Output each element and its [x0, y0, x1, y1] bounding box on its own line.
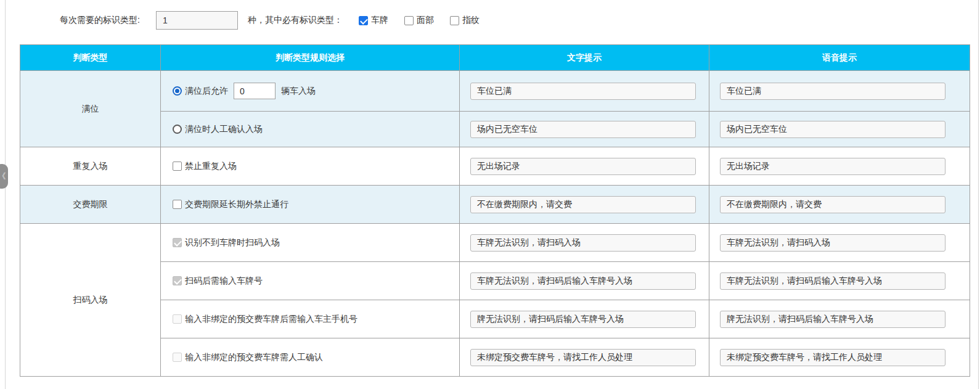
group-label-repeat: 重复入场	[20, 147, 161, 186]
fingerprint-checkbox-label: 指纹	[462, 15, 480, 26]
table-row: 扫码入场 识别不到车牌时扫码入场	[20, 224, 970, 262]
voice-prompt-input[interactable]	[720, 158, 945, 175]
page: 《 每次需要的标识类型: 种，其中必有标识类型： 车牌 面部 指纹 判断类型 判…	[0, 0, 980, 389]
voice-prompt-input[interactable]	[720, 349, 945, 366]
fingerprint-checkbox[interactable]	[450, 16, 459, 25]
judgment-rules-table: 判断类型 判断类型规则选择 文字提示 语音提示 满位 满位后允许 辆车入场	[20, 44, 970, 377]
plate-checkbox-label: 车牌	[371, 15, 388, 26]
scan-enter-plate-label: 扫码后需输入车牌号	[185, 276, 263, 287]
table-row: 重复入场 禁止重复入场	[20, 147, 970, 186]
scan-no-plate-label: 识别不到车牌时扫码入场	[185, 237, 280, 248]
table-header-row: 判断类型 判断类型规则选择 文字提示 语音提示	[20, 45, 970, 71]
face-checkbox[interactable]	[404, 16, 414, 25]
unbound-prepaid-phone-checkbox[interactable]	[173, 314, 182, 324]
group-label-payment-period: 交费期限	[20, 186, 161, 224]
group-label-scan-entry: 扫码入场	[20, 224, 161, 377]
payment-period-label: 交费期限延长期外禁止通行	[185, 199, 288, 210]
checkbox-item-face[interactable]: 面部	[404, 15, 434, 26]
scan-enter-plate-checkbox[interactable]	[173, 276, 182, 285]
unbound-prepaid-phone-label: 输入非绑定的预交费车牌后需输入车主手机号	[185, 314, 357, 325]
checkbox-item-fingerprint[interactable]: 指纹	[450, 15, 480, 26]
left-panel-divider	[5, 0, 6, 389]
text-prompt-input[interactable]	[470, 311, 696, 328]
table-row: 满位 满位后允许 辆车入场	[20, 71, 970, 112]
sidebar-collapse-handle[interactable]: 《	[0, 164, 8, 189]
full-allow-radio[interactable]	[173, 86, 182, 96]
table-row: 满位时人工确认入场	[20, 112, 970, 147]
full-allow-count-input[interactable]	[234, 83, 276, 99]
header-text-prompt: 文字提示	[460, 45, 709, 71]
group-label-full: 满位	[20, 71, 161, 147]
identification-count-label: 每次需要的标识类型:	[60, 15, 140, 26]
table-row: 交费期限 交费期限延长期外禁止通行	[20, 186, 970, 224]
table-row: 输入非绑定的预交费车牌需人工确认	[20, 338, 970, 377]
voice-prompt-input[interactable]	[720, 196, 945, 213]
scan-no-plate-checkbox[interactable]	[173, 238, 182, 247]
voice-prompt-input[interactable]	[720, 234, 945, 252]
unbound-prepaid-manual-label: 输入非绑定的预交费车牌需人工确认	[185, 352, 323, 363]
table-row: 输入非绑定的预交费车牌后需输入车主手机号	[20, 300, 970, 338]
forbid-repeat-label: 禁止重复入场	[185, 161, 237, 172]
header-rule-select: 判断类型规则选择	[161, 45, 460, 71]
identification-type-form: 每次需要的标识类型: 种，其中必有标识类型： 车牌 面部 指纹	[60, 10, 480, 31]
voice-prompt-input[interactable]	[720, 272, 945, 290]
forbid-repeat-checkbox[interactable]	[173, 162, 182, 171]
table-row: 扫码后需输入车牌号	[20, 262, 970, 300]
header-judgment-type: 判断类型	[20, 45, 161, 71]
voice-prompt-input[interactable]	[720, 121, 945, 138]
right-panel-divider	[978, 0, 979, 389]
voice-prompt-input[interactable]	[720, 83, 945, 100]
text-prompt-input[interactable]	[470, 158, 696, 175]
full-manual-radio[interactable]	[173, 125, 182, 134]
full-allow-label-before: 满位后允许	[185, 86, 228, 97]
required-type-label: 种，其中必有标识类型：	[248, 15, 343, 26]
text-prompt-input[interactable]	[470, 234, 696, 252]
header-voice-prompt: 语音提示	[709, 45, 970, 71]
face-checkbox-label: 面部	[417, 15, 434, 26]
text-prompt-input[interactable]	[470, 83, 696, 100]
unbound-prepaid-manual-checkbox[interactable]	[173, 353, 182, 362]
text-prompt-input[interactable]	[470, 196, 696, 213]
text-prompt-input[interactable]	[470, 272, 696, 290]
checkbox-item-plate[interactable]: 车牌	[359, 15, 388, 26]
full-manual-label: 满位时人工确认入场	[185, 124, 263, 135]
text-prompt-input[interactable]	[470, 349, 696, 366]
identification-count-input[interactable]	[156, 11, 238, 30]
full-allow-label-after: 辆车入场	[281, 86, 316, 97]
text-prompt-input[interactable]	[470, 121, 696, 138]
voice-prompt-input[interactable]	[720, 311, 945, 328]
plate-checkbox[interactable]	[359, 16, 368, 25]
payment-period-checkbox[interactable]	[173, 200, 182, 209]
double-chevron-left-icon: 《	[0, 171, 6, 182]
